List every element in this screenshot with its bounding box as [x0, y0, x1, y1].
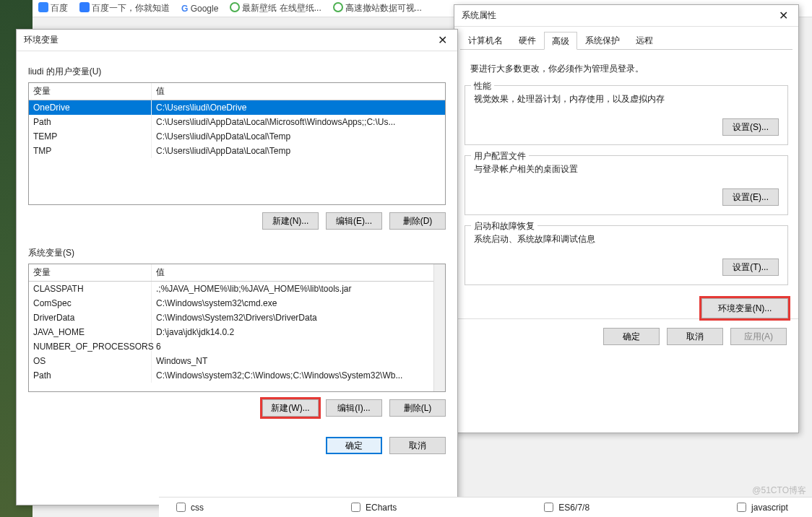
cell-val: C:\Users\liudi\AppData\Local\Temp [152, 144, 445, 158]
scrollbar[interactable] [433, 264, 445, 391]
bookmark-wallpaper[interactable]: 最新壁纸 在线壁纸... [230, 2, 321, 14]
list-row[interactable]: TEMP C:\Users\liudi\AppData\Local\Temp [29, 129, 445, 144]
tab-advanced[interactable]: 高级 [544, 32, 577, 50]
cell-val: C:\Users\liudi\AppData\Local\Temp [152, 129, 445, 144]
bookmark-label: 百度 [51, 3, 68, 13]
cb-es[interactable]: ES6/7/8 [541, 500, 589, 514]
cell-val: C:\Users\liudi\OneDrive [152, 100, 445, 115]
list-header[interactable]: 变量 值 [29, 83, 445, 100]
cell-val: D:\java\jdk\jdk14.0.2 [152, 325, 445, 339]
cell-var: OS [29, 354, 152, 368]
section-performance: 性能 视觉效果，处理器计划，内存使用，以及虚拟内存 设置(S)... [465, 85, 788, 145]
list-row[interactable]: OneDrive C:\Users\liudi\OneDrive [29, 100, 445, 115]
ok-button[interactable]: 确定 [326, 437, 382, 454]
cell-var: CLASSPATH [29, 282, 152, 296]
cb-label: ES6/7/8 [558, 503, 589, 513]
cell-val: 6 [152, 339, 445, 354]
titlebar: 环境变量 ✕ [17, 30, 457, 51]
tab-hardware[interactable]: 硬件 [511, 31, 544, 49]
bookmark-label: 高速撤站数据可视... [345, 3, 422, 13]
settings-e-button[interactable]: 设置(E)... [722, 188, 779, 206]
list-row[interactable]: OSWindows_NT [29, 354, 445, 368]
watermark: @51CTO博客 [752, 485, 806, 497]
ok-button[interactable]: 确定 [603, 328, 660, 345]
bookmark-label: Google [191, 4, 219, 14]
user-vars-list[interactable]: 变量 值 OneDrive C:\Users\liudi\OneDrive Pa… [28, 82, 446, 205]
tab-computer-name[interactable]: 计算机名 [460, 31, 511, 49]
cell-val: C:\Users\liudi\AppData\Local\Microsoft\W… [152, 115, 445, 129]
cell-var: OneDrive [29, 100, 152, 115]
list-header[interactable]: 变量 值 [29, 264, 445, 282]
section-text: 视觉效果，处理器计划，内存使用，以及虚拟内存 [474, 93, 779, 105]
tabs: 计算机名 硬件 高级 系统保护 远程 [460, 31, 792, 50]
section-title: 启动和故障恢复 [471, 220, 537, 233]
dialog-title: 环境变量 [24, 34, 59, 46]
dialog-bottom-buttons: 确定 取消 应用(A) [454, 318, 798, 354]
dialog-title: 系统属性 [462, 9, 496, 22]
section-title: 用户配置文件 [471, 150, 529, 162]
list-row[interactable]: PathC:\Windows\system32;C:\Windows;C:\Wi… [29, 368, 445, 383]
user-vars-label: liudi 的用户变量(U) [28, 66, 446, 78]
bookmark-baidu-know[interactable]: 百度一下，你就知道 [79, 2, 170, 14]
settings-s-button[interactable]: 设置(S)... [722, 118, 779, 136]
cb-js[interactable]: javascript [734, 500, 788, 514]
settings-t-button[interactable]: 设置(T)... [722, 258, 779, 276]
cell-var: NUMBER_OF_PROCESSORS [29, 339, 152, 354]
col-variable[interactable]: 变量 [29, 83, 152, 100]
checkbox[interactable] [176, 503, 186, 512]
cell-val: .;%JAVA_HOME%\lib;%JAVA_HOME%\lib\tools.… [152, 282, 445, 296]
cell-var: DriverData [29, 310, 152, 325]
cancel-button[interactable]: 取消 [389, 437, 446, 454]
bookmark-gaosu[interactable]: 高速撤站数据可视... [333, 2, 422, 14]
edit-i-button[interactable]: 编辑(I)... [326, 399, 382, 417]
cb-echarts[interactable]: ECharts [348, 500, 397, 514]
sys-vars-list[interactable]: 变量 值 CLASSPATH.;%JAVA_HOME%\lib;%JAVA_HO… [28, 264, 446, 392]
admin-note: 要进行大多数更改，你必须作为管理员登录。 [470, 63, 787, 75]
system-properties-dialog: 系统属性 ✕ 计算机名 硬件 高级 系统保护 远程 要进行大多数更改，你必须作为… [454, 4, 799, 433]
cell-val: C:\Windows\system32\cmd.exe [152, 296, 445, 310]
cb-label: javascript [751, 503, 788, 513]
bookmark-google[interactable]: G Google [181, 4, 218, 14]
tab-system-protection[interactable]: 系统保护 [577, 31, 628, 49]
cb-css[interactable]: css [173, 500, 204, 514]
cell-var: TEMP [29, 129, 152, 144]
cell-var: Path [29, 368, 152, 383]
apply-button[interactable]: 应用(A) [730, 328, 787, 345]
cell-val: C:\Windows\System32\Drivers\DriverData [152, 310, 445, 325]
cell-val: C:\Windows\system32;C:\Windows;C:\Window… [152, 368, 445, 383]
delete-d-button[interactable]: 删除(D) [389, 212, 446, 230]
list-row[interactable]: Path C:\Users\liudi\AppData\Local\Micros… [29, 115, 445, 129]
close-icon[interactable]: ✕ [435, 33, 450, 47]
cell-var: TMP [29, 144, 152, 158]
col-value[interactable]: 值 [152, 264, 445, 281]
new-n-button[interactable]: 新建(N)... [262, 212, 319, 230]
checkbox[interactable] [544, 503, 553, 512]
section-text: 系统启动、系统故障和调试信息 [474, 233, 779, 246]
cell-val: Windows_NT [152, 354, 445, 368]
list-row[interactable]: DriverDataC:\Windows\System32\Drivers\Dr… [29, 310, 445, 325]
edit-e-button[interactable]: 编辑(E)... [326, 212, 382, 230]
list-row[interactable]: TMP C:\Users\liudi\AppData\Local\Temp [29, 144, 445, 158]
checkbox[interactable] [351, 503, 360, 512]
section-text: 与登录帐户相关的桌面设置 [474, 163, 779, 175]
bookmark-baidu[interactable]: 百度 [38, 2, 68, 14]
col-variable[interactable]: 变量 [29, 264, 152, 281]
new-w-button[interactable]: 新建(W)... [262, 399, 319, 417]
cancel-button[interactable]: 取消 [667, 328, 723, 345]
list-row[interactable]: NUMBER_OF_PROCESSORS6 [29, 339, 445, 354]
tab-remote[interactable]: 远程 [628, 31, 661, 49]
env-vars-dialog: 环境变量 ✕ liudi 的用户变量(U) 变量 值 OneDrive C:\U… [16, 29, 458, 505]
list-row[interactable]: JAVA_HOMED:\java\jdk\jdk14.0.2 [29, 325, 445, 339]
checkbox[interactable] [737, 503, 746, 512]
bottom-checkbox-strip: css ECharts ES6/7/8 javascript [159, 497, 812, 517]
col-value[interactable]: 值 [152, 83, 445, 100]
list-row[interactable]: CLASSPATH.;%JAVA_HOME%\lib;%JAVA_HOME%\l… [29, 282, 445, 296]
delete-l-button[interactable]: 删除(L) [389, 399, 446, 417]
section-title: 性能 [471, 80, 494, 92]
list-row[interactable]: ComSpecC:\Windows\system32\cmd.exe [29, 296, 445, 310]
cell-var: JAVA_HOME [29, 325, 152, 339]
cb-label: ECharts [366, 503, 397, 513]
close-icon[interactable]: ✕ [776, 9, 791, 22]
cell-var: Path [29, 115, 152, 129]
env-vars-button[interactable]: 环境变量(N)... [701, 298, 788, 318]
